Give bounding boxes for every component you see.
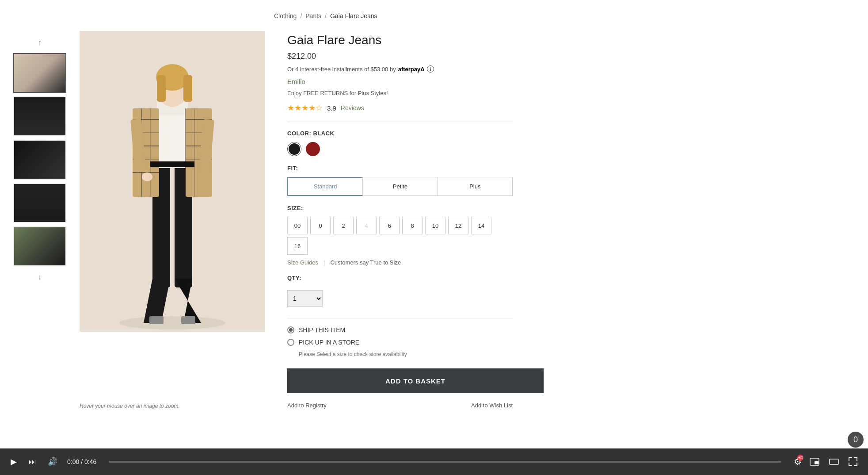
time-display: 0:00 / 0:46 xyxy=(67,458,96,465)
breadcrumb-sep-1: / xyxy=(300,12,302,19)
size-10[interactable]: 10 xyxy=(425,217,445,234)
svg-point-32 xyxy=(142,172,152,181)
size-00[interactable]: 00 xyxy=(287,217,308,234)
ship-this-item-label: SHIP THIS ITEM xyxy=(299,326,345,333)
svg-rect-35 xyxy=(830,459,838,464)
color-swatch-red[interactable] xyxy=(306,142,320,156)
size-section: SIZE: 00 0 2 4 6 8 10 12 14 16 Size Guid… xyxy=(287,205,513,266)
qty-select[interactable]: 1 2 3 4 5 xyxy=(287,290,323,307)
ship-this-item-option[interactable]: SHIP THIS ITEM xyxy=(287,326,513,333)
divider-1 xyxy=(287,122,513,122)
product-title: Gaia Flare Jeans xyxy=(287,33,513,47)
fullscreen-button[interactable] xyxy=(847,456,859,468)
thumbnail-nav-up[interactable]: ↑ xyxy=(33,35,47,50)
volume-icon: 🔊 xyxy=(48,457,57,467)
fit-buttons: Standard Petite Plus xyxy=(287,177,513,196)
size-14[interactable]: 14 xyxy=(471,217,491,234)
qty-section: QTY: 1 2 3 4 5 xyxy=(287,275,513,307)
controls-right: ⚙ HD 0 xyxy=(794,456,859,468)
size-guide-link[interactable]: Size Guides xyxy=(287,259,318,266)
end-count-badge: 0 xyxy=(848,432,864,448)
actions-row: Add to Registry Add to Wish List xyxy=(287,402,513,409)
svg-rect-28 xyxy=(181,316,195,324)
thumbnail-3[interactable] xyxy=(13,140,66,180)
color-label: COLOR: BLACK xyxy=(287,130,513,137)
qty-label: QTY: xyxy=(287,275,513,281)
store-availability-text: Please Select a size to check store avai… xyxy=(299,351,513,357)
thumbnail-4[interactable] xyxy=(13,183,66,223)
thumbnail-5[interactable] xyxy=(13,226,66,266)
afterpay-logo: afterpayΔ xyxy=(398,66,425,73)
skip-button[interactable]: ⏭ xyxy=(27,456,38,468)
breadcrumb-clothing[interactable]: Clothing xyxy=(274,12,297,19)
thumbnail-2[interactable] xyxy=(13,96,66,136)
fit-label: FIT: xyxy=(287,165,513,172)
reviews-link[interactable]: Reviews xyxy=(341,104,364,111)
breadcrumb: Clothing / Pants / Gaia Flare Jeans xyxy=(274,12,377,19)
color-selected-value: BLACK xyxy=(313,130,334,137)
rating-number: 3.9 xyxy=(327,104,336,112)
breadcrumb-current: Gaia Flare Jeans xyxy=(330,12,377,19)
svg-rect-29 xyxy=(150,161,194,167)
svg-rect-26 xyxy=(183,75,192,102)
add-to-registry-link[interactable]: Add to Registry xyxy=(287,402,327,409)
pickup-in-store-label: PICK UP IN A STORE xyxy=(299,339,359,346)
thumbnail-nav-down[interactable]: ↓ xyxy=(33,270,47,284)
svg-rect-34 xyxy=(815,461,819,464)
ship-radio xyxy=(287,326,294,333)
play-icon: ▶ xyxy=(11,457,17,467)
fit-plus-button[interactable]: Plus xyxy=(438,177,513,196)
fit-petite-button[interactable]: Petite xyxy=(362,177,437,196)
shipping-section: SHIP THIS ITEM PICK UP IN A STORE Please… xyxy=(287,326,513,357)
brand-link[interactable]: Emilio xyxy=(287,78,513,85)
breadcrumb-sep-2: / xyxy=(325,12,327,19)
add-to-basket-button[interactable]: ADD TO BASKET xyxy=(287,368,544,393)
image-caption: Hover your mouse over an image to zoom. xyxy=(80,403,180,409)
fit-section: FIT: Standard Petite Plus xyxy=(287,165,513,196)
pickup-radio xyxy=(287,339,294,346)
fit-standard-button[interactable]: Standard xyxy=(287,177,362,196)
rating-row: ★★★★☆ 3.9 Reviews xyxy=(287,103,513,113)
size-2[interactable]: 2 xyxy=(333,217,354,234)
size-guides-row: Size Guides | Customers say True to Size xyxy=(287,259,513,266)
theater-button[interactable] xyxy=(827,457,841,467)
true-to-size-text: Customers say True to Size xyxy=(330,259,401,266)
play-button[interactable]: ▶ xyxy=(9,455,19,468)
video-controls-bar: ▶ ⏭ 🔊 0:00 / 0:46 ⚙ HD 0 xyxy=(0,448,868,475)
skip-icon: ⏭ xyxy=(28,457,36,467)
size-8[interactable]: 8 xyxy=(402,217,423,234)
color-swatch-black[interactable] xyxy=(287,142,301,156)
size-6[interactable]: 6 xyxy=(379,217,400,234)
breadcrumb-pants[interactable]: Pants xyxy=(305,12,321,19)
thumbnail-1[interactable] xyxy=(13,53,66,93)
svg-point-1 xyxy=(119,316,225,329)
size-12[interactable]: 12 xyxy=(448,217,468,234)
color-swatches xyxy=(287,142,513,156)
add-to-wishlist-link[interactable]: Add to Wish List xyxy=(471,402,513,409)
rating-stars: ★★★★☆ xyxy=(287,103,323,113)
svg-rect-27 xyxy=(149,316,164,324)
product-page: ↑ ↓ xyxy=(0,0,868,398)
hd-notification: HD xyxy=(797,455,803,461)
size-4[interactable]: 4 xyxy=(356,217,377,234)
afterpay-info-icon[interactable]: ℹ xyxy=(427,65,434,73)
size-sep: | xyxy=(324,259,325,266)
volume-button[interactable]: 🔊 xyxy=(46,455,59,468)
svg-rect-25 xyxy=(157,75,166,102)
main-product-image xyxy=(80,31,265,332)
size-buttons: 00 0 2 4 6 8 10 12 14 16 xyxy=(287,217,513,255)
pip-button[interactable] xyxy=(808,456,821,467)
divider-2 xyxy=(287,318,513,318)
size-0[interactable]: 0 xyxy=(310,217,331,234)
afterpay-info: Or 4 interest-free installments of $53.0… xyxy=(287,65,513,73)
settings-button[interactable]: ⚙ HD xyxy=(794,456,802,467)
size-16[interactable]: 16 xyxy=(287,237,308,255)
product-details: Gaia Flare Jeans $212.00 Or 4 interest-f… xyxy=(265,9,530,398)
color-section: COLOR: BLACK xyxy=(287,130,513,156)
progress-bar[interactable] xyxy=(109,461,781,463)
pickup-in-store-option[interactable]: PICK UP IN A STORE xyxy=(287,339,513,346)
size-label: SIZE: xyxy=(287,205,513,211)
product-price: $212.00 xyxy=(287,52,513,61)
free-returns-text: Enjoy FREE RETURNS for Plus Styles! xyxy=(287,90,513,96)
thumbnail-sidebar: ↑ ↓ xyxy=(0,9,80,398)
